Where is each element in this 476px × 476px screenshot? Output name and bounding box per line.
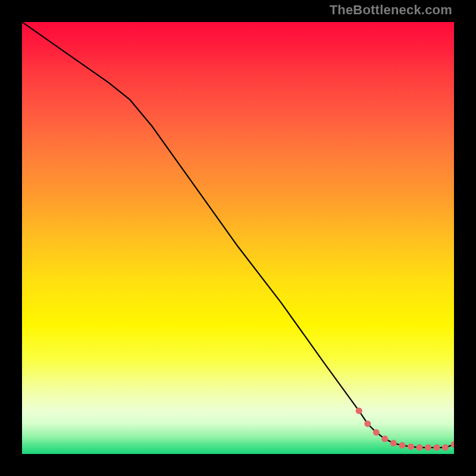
- plot-area: [22, 22, 454, 454]
- marker-point: [356, 408, 362, 414]
- marker-point: [442, 444, 449, 451]
- watermark-text: TheBottleneck.com: [330, 2, 452, 18]
- marker-point: [451, 441, 455, 448]
- chart-svg: [22, 22, 454, 454]
- marker-point: [399, 442, 405, 449]
- bottleneck-curve: [22, 22, 454, 447]
- marker-point: [416, 444, 422, 451]
- marker-point: [381, 436, 388, 442]
- marker-point: [433, 444, 440, 451]
- marker-point: [408, 443, 414, 450]
- marker-point: [373, 429, 380, 436]
- chart-frame: TheBottleneck.com: [0, 0, 476, 476]
- marker-point: [425, 444, 431, 451]
- highlighted-points: [356, 408, 454, 451]
- marker-point: [364, 421, 371, 427]
- marker-point: [390, 440, 397, 446]
